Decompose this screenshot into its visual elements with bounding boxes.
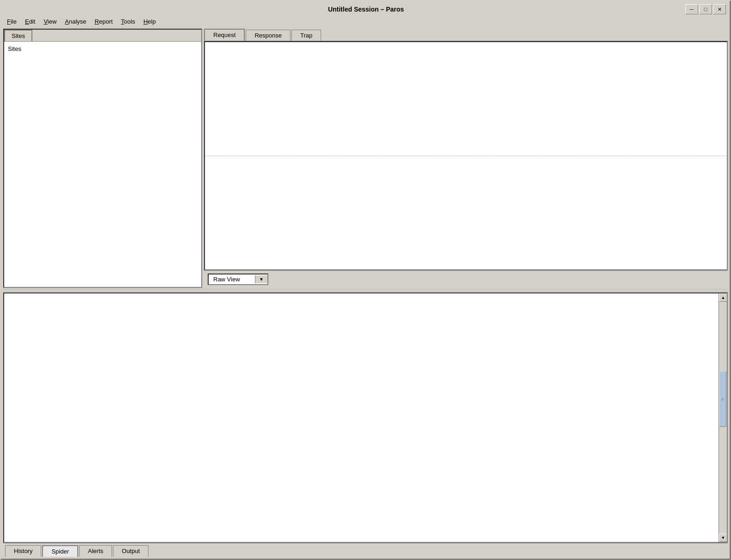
- restore-button[interactable]: □: [699, 4, 712, 14]
- menu-tools[interactable]: Tools: [118, 17, 139, 26]
- right-tabs: Request Response Trap: [204, 29, 728, 41]
- bottom-content: ▲ ≡ ▼: [3, 292, 728, 543]
- close-button[interactable]: ✕: [713, 4, 726, 14]
- tab-spider[interactable]: Spider: [42, 545, 78, 557]
- bottom-panel: ▲ ≡ ▼ History Spider Alerts Output: [3, 292, 728, 557]
- minimize-button[interactable]: ─: [685, 4, 698, 14]
- window-controls: ─ □ ✕: [685, 4, 726, 14]
- response-area: [205, 156, 727, 269]
- scrollbar-grip: ≡: [721, 397, 725, 402]
- tab-request[interactable]: Request: [204, 29, 245, 41]
- menu-file[interactable]: File: [3, 17, 20, 26]
- tab-response[interactable]: Response: [246, 30, 291, 41]
- scrollbar-track: ▲ ≡ ▼: [719, 293, 727, 542]
- menu-view[interactable]: View: [40, 17, 60, 26]
- title-bar: Untitled Session – Paros ─ □ ✕: [1, 1, 730, 16]
- menu-edit[interactable]: Edit: [21, 17, 39, 26]
- right-panel: Request Response Trap Raw View ▼: [204, 29, 728, 288]
- view-bar: Raw View ▼: [204, 270, 728, 288]
- view-select-arrow[interactable]: ▼: [255, 275, 267, 283]
- sites-content: Sites: [4, 42, 201, 287]
- window-title: Untitled Session – Paros: [47, 6, 685, 13]
- tab-history[interactable]: History: [5, 545, 41, 557]
- bottom-tabs: History Spider Alerts Output: [3, 543, 728, 557]
- request-area: [205, 42, 727, 156]
- scrollbar-down-button[interactable]: ▼: [719, 534, 727, 542]
- menu-report[interactable]: Report: [91, 17, 117, 26]
- tab-alerts[interactable]: Alerts: [79, 545, 112, 557]
- tab-trap[interactable]: Trap: [291, 30, 321, 41]
- tab-sites[interactable]: Sites: [4, 30, 32, 41]
- menu-analyse[interactable]: Analyse: [61, 17, 90, 26]
- view-select[interactable]: Raw View ▼: [208, 274, 268, 285]
- sites-tabs: Sites: [4, 30, 201, 42]
- app-window: Untitled Session – Paros ─ □ ✕ File Edit…: [0, 0, 731, 560]
- horizontal-splitter[interactable]: [3, 289, 728, 292]
- scrollbar-thumb[interactable]: ≡: [719, 371, 726, 427]
- sites-label: Sites: [8, 45, 21, 52]
- top-pane: Sites Sites Request Response Trap: [3, 29, 728, 288]
- scrollbar-up-button[interactable]: ▲: [719, 293, 727, 302]
- tab-output[interactable]: Output: [113, 545, 149, 557]
- menu-bar: File Edit View Analyse Report Tools Help: [1, 16, 730, 27]
- menu-help[interactable]: Help: [140, 17, 160, 26]
- sites-panel: Sites Sites: [3, 29, 202, 288]
- main-content: Sites Sites Request Response Trap: [1, 27, 730, 559]
- right-content: [204, 41, 728, 270]
- scrollbar-thumb-area: ≡: [719, 302, 727, 534]
- view-select-label: Raw View: [209, 274, 255, 284]
